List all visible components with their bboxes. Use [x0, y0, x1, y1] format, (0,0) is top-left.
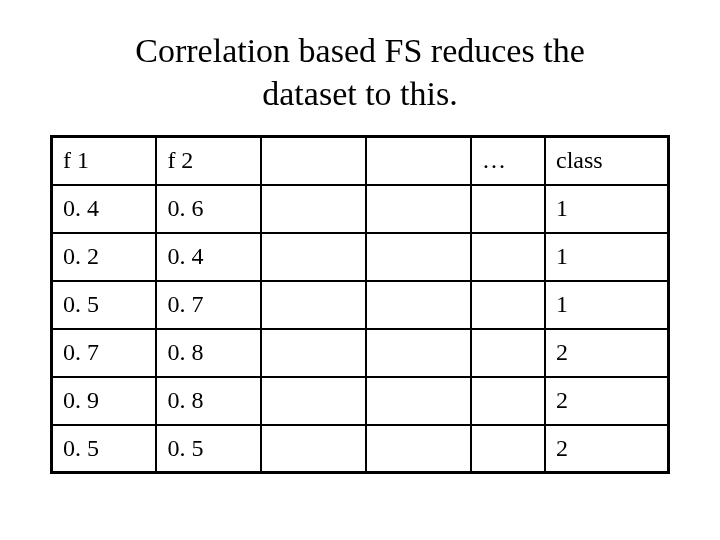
cell: [471, 377, 545, 425]
header-cell: [261, 137, 366, 185]
cell: 0. 6: [156, 185, 261, 233]
cell: 1: [545, 281, 668, 329]
table-header-row: f 1 f 2 … class: [52, 137, 669, 185]
cell: 0. 4: [156, 233, 261, 281]
header-cell: [366, 137, 471, 185]
cell: [366, 329, 471, 377]
cell: [261, 329, 366, 377]
header-cell: f 2: [156, 137, 261, 185]
title-line-1: Correlation based FS reduces the: [135, 32, 584, 69]
cell: [471, 233, 545, 281]
cell: [261, 185, 366, 233]
cell: 1: [545, 233, 668, 281]
cell: [366, 185, 471, 233]
cell: [366, 281, 471, 329]
header-cell: f 1: [52, 137, 157, 185]
cell: [471, 185, 545, 233]
cell: [366, 377, 471, 425]
cell: 0. 5: [52, 281, 157, 329]
cell: [471, 281, 545, 329]
cell: 0. 7: [52, 329, 157, 377]
cell: [471, 329, 545, 377]
table-row: 0. 4 0. 6 1: [52, 185, 669, 233]
table-row: 0. 9 0. 8 2: [52, 377, 669, 425]
table-row: 0. 5 0. 7 1: [52, 281, 669, 329]
cell: 1: [545, 185, 668, 233]
cell: 0. 2: [52, 233, 157, 281]
cell: [261, 281, 366, 329]
cell: 0. 8: [156, 329, 261, 377]
cell: [261, 425, 366, 473]
table-row: 0. 7 0. 8 2: [52, 329, 669, 377]
title-line-2: dataset to this.: [262, 75, 457, 112]
cell: [261, 377, 366, 425]
data-table: f 1 f 2 … class 0. 4 0. 6 1 0. 2 0. 4 1 …: [50, 135, 670, 474]
cell: [366, 425, 471, 473]
cell: 0. 5: [156, 425, 261, 473]
table-row: 0. 5 0. 5 2: [52, 425, 669, 473]
cell: 0. 7: [156, 281, 261, 329]
header-cell: class: [545, 137, 668, 185]
cell: 2: [545, 377, 668, 425]
header-cell: …: [471, 137, 545, 185]
cell: [366, 233, 471, 281]
cell: [261, 233, 366, 281]
cell: [471, 425, 545, 473]
slide-title: Correlation based FS reduces the dataset…: [50, 30, 670, 115]
cell: 2: [545, 425, 668, 473]
cell: 0. 9: [52, 377, 157, 425]
table-row: 0. 2 0. 4 1: [52, 233, 669, 281]
cell: 0. 4: [52, 185, 157, 233]
cell: 2: [545, 329, 668, 377]
cell: 0. 8: [156, 377, 261, 425]
cell: 0. 5: [52, 425, 157, 473]
